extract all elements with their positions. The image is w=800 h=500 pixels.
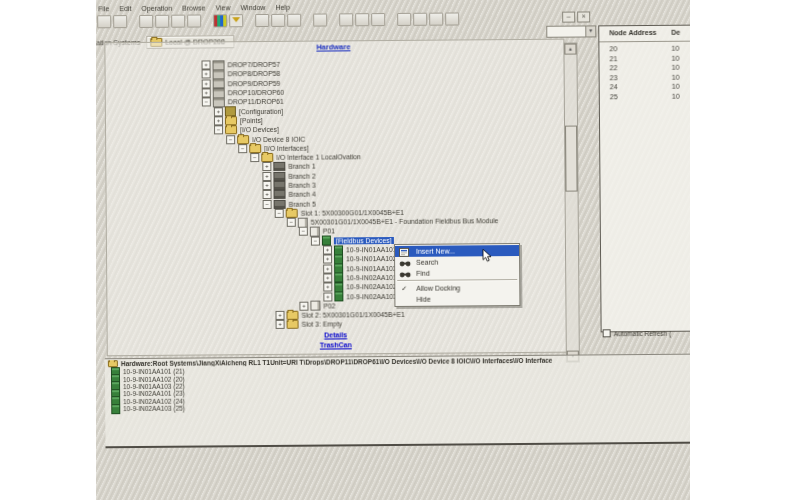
tree-item-label[interactable]: [Fieldbus Devices] [334, 237, 394, 244]
collapse-icon[interactable]: − [299, 227, 308, 236]
expand-icon[interactable]: + [202, 88, 211, 97]
collapse-icon[interactable]: − [287, 218, 296, 227]
binoculars-icon [399, 270, 411, 278]
tree-item-label[interactable]: [I/O Interfaces] [264, 144, 309, 151]
expand-icon[interactable]: + [323, 255, 332, 264]
expand-icon[interactable]: + [202, 70, 211, 79]
help-icon[interactable] [445, 12, 459, 25]
colors-icon[interactable] [213, 14, 227, 27]
tree-item-label[interactable]: DROP8/DROP58 [228, 70, 281, 77]
node-table-row[interactable]: 2110 [599, 25, 690, 26]
result-item-label: 10-9-IN02AA101 (23) [123, 390, 185, 397]
collapse-icon[interactable]: − [202, 98, 211, 107]
preview-icon[interactable] [113, 15, 127, 28]
expand-icon[interactable]: + [323, 264, 332, 273]
menu-help[interactable]: Help [275, 3, 289, 10]
export-icon[interactable] [271, 14, 285, 27]
filter-icon[interactable] [229, 14, 243, 27]
node-table-row[interactable]: 2410 [599, 25, 690, 26]
tree-item-label[interactable]: DROP11/DROP61 [228, 98, 284, 105]
tree-item-label[interactable]: Branch 4 [289, 191, 316, 198]
menu-browse[interactable]: Browse [182, 4, 205, 11]
results-panel: Hardware:Root Systems\JiangXiAicheng RL1… [105, 354, 690, 449]
expand-icon[interactable]: + [299, 302, 308, 311]
scrollbar-thumb[interactable] [565, 126, 578, 192]
tree-item-label[interactable]: [Points] [240, 117, 263, 124]
expand-icon[interactable]: + [276, 320, 285, 329]
result-list-item[interactable]: 10-9-IN02AA103 (25) [111, 405, 185, 413]
grid-icon[interactable] [355, 13, 369, 26]
tree-item-label[interactable]: I/O Interface 1 LocalOvation [276, 153, 361, 161]
tree-item-label[interactable]: Branch 5 [289, 200, 316, 207]
delete-icon[interactable] [371, 13, 385, 26]
expand-icon[interactable]: + [262, 181, 271, 190]
tree-item-label[interactable]: DROP7/DROP57 [228, 61, 281, 68]
menu-view[interactable]: View [215, 4, 230, 11]
cut-icon[interactable] [155, 15, 169, 28]
import-icon[interactable] [255, 14, 269, 27]
tree-item-label[interactable]: Slot 2: 5X00301G01/1X0045B+E1 [301, 311, 404, 319]
node-table-row[interactable]: 2510 [599, 25, 690, 26]
expand-icon[interactable]: + [214, 107, 223, 116]
tree-item-label[interactable]: P01 [323, 228, 335, 235]
collapse-icon[interactable]: − [214, 126, 223, 135]
tree-item-label[interactable]: [Configuration] [239, 107, 283, 114]
undo-icon[interactable] [139, 15, 153, 28]
node-table-row[interactable]: 2210 [599, 25, 690, 26]
minimize-button[interactable]: – [562, 12, 575, 23]
tree-item-label[interactable]: Slot 1: 5X00300G01/1X0045B+E1 [301, 209, 404, 217]
chevron-down-icon[interactable]: ▾ [585, 26, 595, 36]
automatic-refresh-label: Automatic Refresh ( [614, 329, 671, 336]
expand-icon[interactable]: + [262, 162, 271, 171]
menu-edit[interactable]: Edit [119, 5, 131, 12]
collapse-icon[interactable]: − [238, 144, 247, 153]
automatic-refresh-checkbox[interactable] [603, 329, 611, 337]
tree-item-label[interactable]: Branch 1 [288, 163, 315, 170]
tree-item-label[interactable]: Slot 3: Empty [302, 321, 342, 328]
expand-icon[interactable]: + [323, 246, 332, 255]
tree-item-label[interactable]: P02 [323, 302, 335, 309]
report-icon[interactable] [339, 13, 353, 26]
tree-item-label[interactable]: I/O Device 8 IOIC [252, 135, 305, 142]
refresh-icon[interactable] [397, 13, 411, 26]
camera-icon[interactable] [313, 14, 327, 27]
menu-window[interactable]: Window [241, 3, 266, 10]
scroll-up-icon[interactable]: ▲ [564, 44, 576, 55]
collapse-icon[interactable]: − [311, 236, 320, 245]
expand-icon[interactable]: + [323, 273, 332, 282]
node-table-row[interactable]: 2010 [599, 25, 690, 26]
copy-icon[interactable] [171, 15, 185, 28]
expand-icon[interactable]: + [275, 311, 284, 320]
clipboard-icon[interactable] [287, 14, 301, 27]
expand-icon[interactable]: + [262, 172, 271, 181]
tree-scrollbar[interactable]: ▲ ▼ [563, 43, 580, 363]
collapse-icon[interactable]: − [275, 209, 284, 218]
context-menu-item-hide[interactable]: Hide [395, 293, 519, 305]
expand-icon[interactable]: + [214, 116, 223, 125]
window-icon[interactable] [413, 13, 427, 26]
tree-item-label[interactable]: DROP9/DROP59 [228, 80, 281, 87]
menu-operation[interactable]: Operation [141, 4, 172, 11]
expand-icon[interactable]: + [202, 79, 211, 88]
expand-icon[interactable]: + [263, 190, 272, 199]
close-button[interactable]: × [577, 11, 590, 22]
menu-file[interactable]: File [98, 5, 109, 12]
node-table-row[interactable]: 2310 [599, 25, 690, 26]
expand-icon[interactable]: + [202, 61, 211, 70]
tree-item-label[interactable]: Branch 3 [288, 182, 315, 189]
print-icon[interactable] [97, 15, 111, 28]
tree-item-label[interactable]: [I/O Devices] [240, 126, 279, 133]
node-address-column-header[interactable]: Node Address [609, 29, 656, 39]
collapse-icon[interactable]: − [263, 200, 272, 209]
paste-icon[interactable] [187, 14, 201, 27]
expand-icon[interactable]: + [323, 292, 332, 301]
collapse-icon[interactable]: − [226, 135, 235, 144]
context-menu-item-find[interactable]: Find [395, 267, 519, 279]
tree-item-label[interactable]: 5X00301G01/1X0045B+E1 - Foundation Field… [311, 217, 499, 225]
device-column-header[interactable]: De [671, 29, 680, 39]
collapse-icon[interactable]: − [250, 153, 259, 162]
expand-icon[interactable]: + [323, 283, 332, 292]
tree-item-label[interactable]: DROP10/DROP60 [228, 89, 284, 96]
tree-item-label[interactable]: Branch 2 [288, 172, 315, 179]
search-icon[interactable] [429, 13, 443, 26]
